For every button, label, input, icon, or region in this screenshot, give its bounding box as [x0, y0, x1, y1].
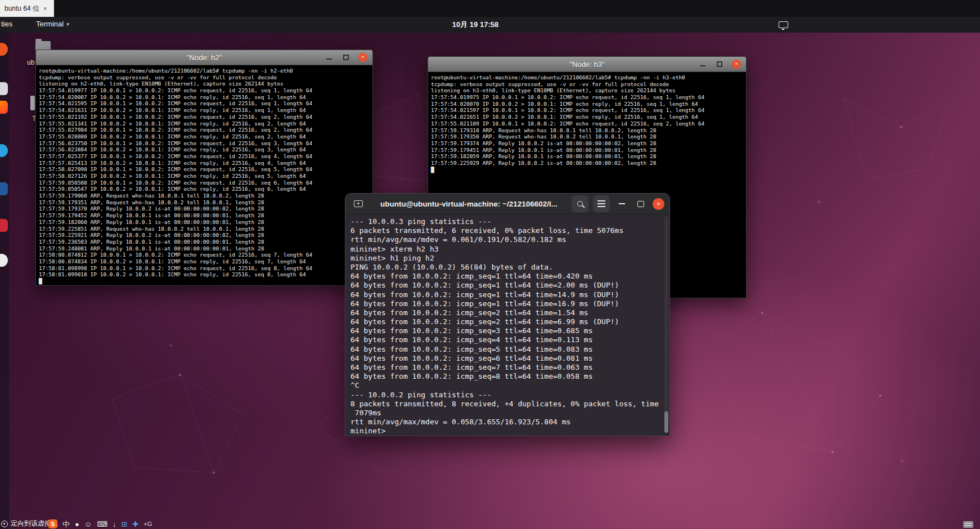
terminal-line: 64 bytes from 10.0.0.2: icmp_seq=2 ttl=6… — [350, 308, 664, 317]
svg-text:+: + — [817, 198, 821, 206]
terminal-line: 17:57:58.027126 IP 10.0.0.2 > 10.0.0.1: … — [39, 173, 370, 180]
dock-app-icon-2[interactable] — [0, 82, 8, 95]
terminal-line: 17:57:57.025413 IP 10.0.0.2 > 10.0.0.1: … — [39, 160, 370, 167]
terminal-line: 17:57:54.020070 IP 10.0.0.2 > 10.0.0.1: … — [431, 101, 743, 107]
dock-app-icon-5[interactable] — [0, 182, 8, 195]
clock[interactable]: 10月 19 17:58 — [452, 20, 498, 30]
ime-grid-icon[interactable]: ⊞ — [121, 521, 127, 528]
terminal-line: mininet> — [350, 427, 664, 436]
minimize-icon[interactable] — [700, 61, 705, 67]
dock — [0, 33, 9, 529]
terminal-line: 17:57:56.023750 IP 10.0.0.1 > 10.0.0.2: … — [39, 140, 370, 147]
terminal-line: 64 bytes from 10.0.0.2: icmp_seq=7 ttl=6… — [350, 363, 664, 372]
h3-window-title: "Node: h3" — [570, 60, 605, 69]
terminal-line: 17:57:59.179310 ARP, Request who-has 10.… — [431, 127, 743, 134]
activities-button[interactable]: ties — [1, 20, 12, 28]
minimize-button[interactable] — [614, 196, 629, 211]
ime-download-icon[interactable]: ↓ — [113, 521, 116, 528]
terminal-line: listening on h2-eth0, link-type EN10MB (… — [39, 80, 370, 87]
terminal-line: tcpdump: verbose output suppressed, use … — [39, 74, 370, 81]
vmware-tab[interactable]: buntu 64 位 × — [0, 0, 54, 17]
terminal-line: 17:57:59.050508 IP 10.0.0.1 > 10.0.0.2: … — [39, 180, 370, 186]
terminal-line: mininet> xterm h2 h3 — [350, 245, 664, 254]
desktop-icon-partial[interactable] — [30, 96, 35, 110]
terminal-line: 17:57:54.021597 IP 10.0.0.1 > 10.0.0.2: … — [431, 107, 743, 114]
terminal-output[interactable]: --- 10.0.0.3 ping statistics ---6 packet… — [345, 214, 669, 436]
terminal-line: 17:58:01.098998 IP 10.0.0.1 > 10.0.0.2: … — [39, 265, 370, 272]
terminal-line: 17:57:59.225929 ARP, Reply 10.0.0.2 is-a… — [431, 160, 743, 167]
terminal-line: 17:57:55.021341 IP 10.0.0.2 > 10.0.0.1: … — [39, 120, 370, 127]
vmware-tray-icon[interactable] — [963, 521, 973, 528]
target-icon — [1, 521, 8, 527]
terminal-line: 17:57:59.179452 ARP, Reply 10.0.0.1 is-a… — [39, 212, 370, 219]
terminal-line: 64 bytes from 10.0.0.2: icmp_seq=1 ttl=6… — [350, 290, 664, 299]
new-tab-button[interactable]: + — [350, 196, 366, 211]
terminal-line: 17:57:59.179374 ARP, Reply 10.0.0.2 is-a… — [431, 140, 743, 147]
terminal-line: █ — [39, 278, 370, 285]
sogou-ime-bar: S 中 ● ☺ ⌨ ↓ ⊞ ✚ +G — [48, 518, 152, 529]
terminal-line: 64 bytes from 10.0.0.2: icmp_seq=1 ttl=6… — [350, 299, 664, 308]
dock-app-icon-4[interactable] — [0, 144, 8, 157]
desktop: +++ +++ ub T "Node: h2" × — [0, 33, 980, 529]
terminal-line: 17:57:54.021651 IP 10.0.0.2 > 10.0.0.1: … — [431, 114, 743, 120]
scrollbar[interactable] — [664, 217, 668, 433]
terminal-line: 17:57:59.182059 ARP, Reply 10.0.0.1 is-a… — [431, 153, 743, 160]
vmware-window: buntu 64 位 × ties Terminal ▾ 10月 19 17:5… — [0, 0, 980, 529]
terminal-line: 17:57:59.236503 ARP, Reply 10.0.0.1 is-a… — [39, 239, 370, 245]
search-icon — [577, 201, 583, 207]
terminal-line: 64 bytes from 10.0.0.2: icmp_seq=1 ttl=6… — [350, 281, 664, 290]
terminal-header-bar[interactable]: + ubuntu@ubuntu-virtual-machine: ~/21210… — [345, 194, 669, 214]
maximize-button[interactable] — [633, 196, 648, 211]
window-gnome-terminal: + ubuntu@ubuntu-virtual-machine: ~/21210… — [345, 193, 670, 436]
sogou-logo-icon[interactable]: S — [48, 519, 57, 528]
close-icon: × — [361, 55, 365, 60]
ime-lang-toggle[interactable]: 中 — [62, 521, 70, 528]
h2-window-title: "Node: h2" — [187, 53, 222, 62]
terminal-line: --- 10.0.0.3 ping statistics --- — [350, 217, 664, 226]
terminal-line: rtt min/avg/max/mdev = 0.061/0.191/0.582… — [350, 235, 664, 244]
status-indicator-icon[interactable] — [779, 21, 788, 28]
terminal-line: 17:57:54.021595 IP 10.0.0.1 > 10.0.0.2: … — [39, 100, 370, 107]
dock-app-icon-3[interactable] — [0, 101, 8, 114]
terminal-line: 17:57:59.225921 ARP, Reply 10.0.0.2 is-a… — [39, 232, 370, 239]
terminal-line: 17:58:00.074834 IP 10.0.0.2 > 10.0.0.1: … — [39, 258, 370, 265]
ime-keyboard-icon[interactable]: ⌨ — [97, 521, 107, 528]
terminal-line: 17:57:59.179370 ARP, Reply 10.0.0.2 is-a… — [39, 205, 370, 212]
gnome-top-bar: ties Terminal ▾ 10月 19 17:58 — [0, 17, 980, 33]
h3-title-bar[interactable]: "Node: h3" × — [428, 57, 746, 72]
ime-emoji-icon[interactable]: ☺ — [84, 521, 92, 528]
close-button[interactable]: × — [732, 60, 741, 69]
minimize-icon[interactable] — [326, 55, 332, 60]
dock-app-icon-6[interactable] — [0, 219, 8, 232]
h2-terminal-output[interactable]: root@ubuntu-virtual-machine:/home/ubuntu… — [36, 65, 372, 285]
h2-title-bar[interactable]: "Node: h2" × — [36, 50, 372, 65]
terminal-line: 64 bytes from 10.0.0.2: icmp_seq=3 ttl=6… — [350, 326, 664, 335]
dock-app-icon-7[interactable] — [0, 254, 8, 267]
maximize-icon[interactable] — [343, 55, 349, 60]
search-button[interactable] — [572, 195, 588, 212]
dock-app-icon-1[interactable] — [0, 43, 8, 56]
terminal-line: 17:57:55.027984 IP 10.0.0.1 > 10.0.0.2: … — [39, 127, 370, 133]
terminal-line: 17:57:59.050547 IP 10.0.0.2 > 10.0.0.1: … — [39, 186, 370, 192]
terminal-line: 17:57:54.021631 IP 10.0.0.2 > 10.0.0.1: … — [39, 107, 370, 114]
tab-close-icon[interactable]: × — [43, 5, 47, 12]
terminal-line: 64 bytes from 10.0.0.2: icmp_seq=4 ttl=6… — [350, 335, 664, 344]
ime-punct-icon[interactable]: ● — [75, 521, 79, 528]
app-menu-terminal[interactable]: Terminal ▾ — [36, 20, 69, 28]
desktop-icon-label: ub — [27, 59, 34, 66]
menu-button[interactable] — [593, 195, 610, 212]
close-button[interactable]: × — [653, 198, 664, 210]
terminal-line: 17:57:59.182060 ARP, Reply 10.0.0.1 is-a… — [39, 219, 370, 226]
ime-toolbox-icon[interactable]: ✚ — [132, 521, 138, 528]
close-icon: × — [657, 201, 660, 207]
terminal-line: 17:57:59.225851 ARP, Request who-has 10.… — [39, 226, 370, 232]
terminal-line: 17:57:54.019977 IP 10.0.0.1 > 10.0.0.2: … — [39, 87, 370, 94]
terminal-line: 64 bytes from 10.0.0.2: icmp_seq=1 ttl=6… — [350, 272, 664, 281]
maximize-icon[interactable] — [717, 61, 722, 67]
new-tab-icon: + — [354, 200, 363, 207]
close-button[interactable]: × — [358, 53, 367, 62]
scrollbar-thumb[interactable] — [664, 411, 668, 433]
terminal-line: 17:57:59.240081 ARP, Reply 10.0.0.1 is-a… — [39, 245, 370, 252]
terminal-line: 17:58:01.099018 IP 10.0.0.2 > 10.0.0.1: … — [39, 271, 370, 278]
terminal-line: 17:57:57.025377 IP 10.0.0.1 > 10.0.0.2: … — [39, 153, 370, 160]
